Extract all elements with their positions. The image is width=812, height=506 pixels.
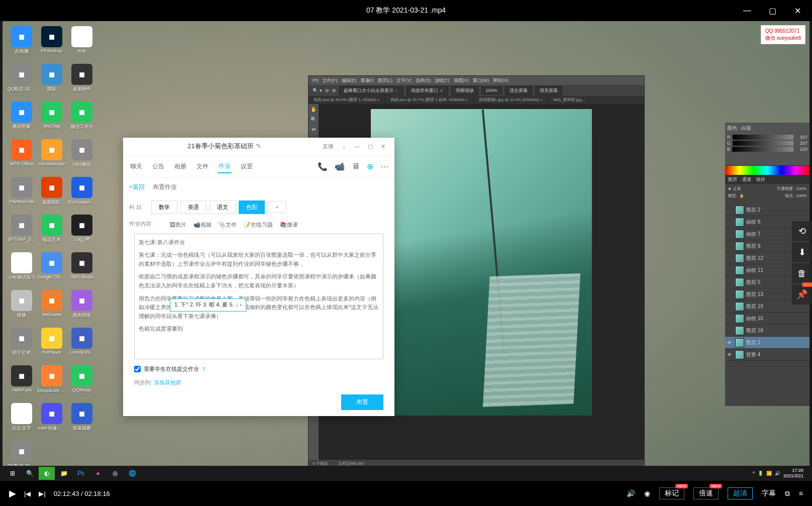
desktop-icon[interactable]: ■微信工作台 [68,102,96,130]
desktop-icon[interactable]: ■超能战队 [38,177,66,206]
desktop-icon[interactable]: ■Administrator [38,139,66,168]
tray-icon[interactable]: ^ [753,471,755,476]
ps-menu-item[interactable]: 文字(Y) [396,77,412,84]
attachment-button[interactable]: 📹视频 [193,221,212,229]
call-icon[interactable]: 📞 [318,162,328,171]
tray-icon[interactable]: 🔊 [775,471,780,476]
ps-options-bar[interactable]: 🔍 ▾⊖⊕超棒窗口大小以全屏显示 ←缩放所有窗口 ✓明擦缩放100%适合屏幕填充… [309,85,644,96]
desktop-icon[interactable]: ■电流艺术 [38,215,66,243]
ps-option[interactable]: 明擦缩放 [451,86,478,95]
ps-doc-tab[interactable]: 色稿视频1.jpg @ 22.4% (RGB/8#) × [474,96,549,104]
close-icon[interactable]: ✕ [378,142,388,151]
taskbar-app[interactable]: ● [90,467,106,480]
ps-option[interactable]: 100% [481,86,502,94]
minimize-button[interactable]: — [737,3,758,19]
desktop-icon[interactable]: ■Photoshop [38,26,66,55]
more-icon[interactable]: ⋯ [380,162,388,171]
settings-icon[interactable]: ≡ [799,489,803,497]
taskbar-app[interactable]: 📁 [56,467,72,480]
attachment-button[interactable]: 📎文件 [219,221,237,229]
desktop-icon[interactable]: ■肌肉训练 [68,290,96,319]
subject-button[interactable]: 英语 [180,200,207,214]
windows-taskbar[interactable]: ⊞ 🔍 ◐ 📁 Ps ● ◎ 🌐 ^ 🔋 📶 🔊 17:20 2021/3/21 [3,466,809,481]
maximize-button[interactable]: ▢ [762,3,783,19]
screen-share-icon[interactable]: 🖥 [352,162,360,171]
ps-menu-item[interactable]: 选择(S) [416,77,431,84]
ps-doc-tab[interactable]: IMG_数码照.jpg... [548,96,590,104]
desktop-icon[interactable]: ■此电脑 [8,26,36,55]
ps-doc-tab[interactable]: 色稿.psd @ 25.7% (图层 1 副本, RGB/8#) × [385,96,474,104]
close-button[interactable]: ✕ [787,3,808,19]
prev-button[interactable]: |◀ [24,490,31,497]
ps-menu-item[interactable]: 文件(F) [323,77,338,84]
qq-tab[interactable]: 相册 [173,160,187,173]
desktop-icon[interactable]: ■DouyuLive-快捷方式 [38,365,66,394]
volume-icon[interactable]: 🔊 [627,489,635,497]
desktop-icon[interactable]: ■WeChat [38,102,66,130]
ps-menu-item[interactable]: 视图(V) [454,77,469,84]
desktop-icon[interactable]: ■后志-文字 [8,403,36,432]
edit-icon[interactable]: ✎ [256,142,261,150]
swap-colors-icon[interactable]: ⇄ [309,124,319,134]
ime-candidate-box[interactable]: 1. 下° 2. 吓 3. 暇 4. 夏 5. ↓ › [170,298,246,312]
maximize-icon[interactable]: ▢ [365,142,376,151]
start-button[interactable]: ⊞ [5,467,21,480]
qq-tab[interactable]: 文件 [195,160,210,173]
pin-button[interactable]: 📌NEW [792,284,812,305]
attachment-button[interactable]: 🖼图片 [170,221,186,229]
ps-option[interactable]: 适合屏幕 [505,86,532,95]
ps-layer-item[interactable]: 👁图层 2 [725,337,809,349]
ps-menubar[interactable]: PS文件(F)编辑(E)图像(I)图层(L)文字(Y)选择(S)滤镜(T)视图(… [309,76,644,85]
subject-button[interactable]: + [268,201,286,213]
add-group-link[interactable]: 添加其他群 [154,379,181,385]
minimize-icon[interactable]: — [351,142,363,150]
desktop-icon[interactable]: ■小时测试练习 [8,252,36,281]
ps-paths-tab[interactable]: 路径 [756,176,765,183]
ps-layer-item[interactable]: 图层 2 [725,204,809,216]
ps-option[interactable]: 缩放所有窗口 ✓ [407,86,448,95]
taskbar-clock[interactable]: 17:20 2021/3/21 [783,468,803,479]
desktop-icon[interactable]: ■WeGame [38,290,66,319]
attachment-button[interactable]: 📝在线习题 [244,221,273,229]
ps-doc-tab[interactable]: 色彩.psd @ 50.5% (图层 1, RGB/8) × [309,96,385,104]
search-icon[interactable]: 🔍 [22,467,38,480]
ps-menu-item[interactable]: 窗口(W) [473,77,489,84]
ps-layer-item[interactable]: 图层 18 [725,325,809,337]
add-icon[interactable]: ⊕ [367,162,373,171]
mark-button[interactable]: 标记NEW [659,487,684,499]
qq-header-label[interactable]: 直播 [320,142,337,151]
chevron-down-icon[interactable]: ⌄ [339,142,349,151]
hand-tool-icon[interactable]: ✋ [309,104,319,114]
ps-menu-item[interactable]: 编辑(E) [342,77,357,84]
desktop-icon[interactable]: ■ZionLoader-搜狗打字 [68,177,96,206]
desktop-icon[interactable]: ■WPS Office [8,139,36,168]
desktop-icon[interactable]: ■OBS微信 [68,139,96,168]
help-icon[interactable]: ? [202,366,205,372]
desktop-icon[interactable]: ■Log_off [68,215,96,243]
back-link[interactable]: <返回 [129,183,145,191]
ps-document-tabs[interactable]: 色彩.psd @ 50.5% (图层 1, RGB/8) ×色稿.psd @ 2… [309,96,644,104]
desktop-icon[interactable]: ■桌面附件 [68,64,96,92]
next-button[interactable]: ▶| [39,490,45,497]
ps-option[interactable]: 填充屏幕 [535,86,562,95]
desktop-icon[interactable]: ■QQ私信 2021031... [8,441,36,469]
attachment-button[interactable]: 📚微课 [280,221,298,229]
ps-menu-item[interactable]: 滤镜(T) [435,77,450,84]
desktop-icon[interactable]: ■PotPlayer [38,328,66,356]
ps-layer-item[interactable]: 由纹 15 [725,313,809,325]
ps-menu-item[interactable]: 图层(L) [378,77,392,84]
zoom-tool-icon[interactable]: 🔍 [309,114,319,124]
desktop-icon[interactable]: ■SFTUNA_S... [8,215,36,243]
desktop-icon[interactable]: ■链接 [8,290,36,319]
desktop-icon[interactable]: ■OBS Studio [68,252,96,281]
desktop-icon[interactable]: ■QQ私信 2021032... [8,64,36,92]
ps-color-panel[interactable]: 颜色 白版 R207 G207 B220 [725,123,809,166]
desktop-icon[interactable]: ■作作 [68,26,96,55]
taskbar-app[interactable]: 🌐 [124,467,140,480]
desktop-icon[interactable]: ■腾讯管家 [8,102,36,130]
ps-menu-item[interactable]: PS [313,78,319,83]
subject-button[interactable]: 语文 [210,200,236,214]
assignment-textarea[interactable]: 第七课-第八课作业 第七课：完成一张色稿练习（可以从我发给大家的百张图里选取一张… [134,234,383,359]
desktop-icon[interactable]: ■QQMusic [68,365,96,394]
share-button[interactable]: ⟲ [792,221,812,241]
